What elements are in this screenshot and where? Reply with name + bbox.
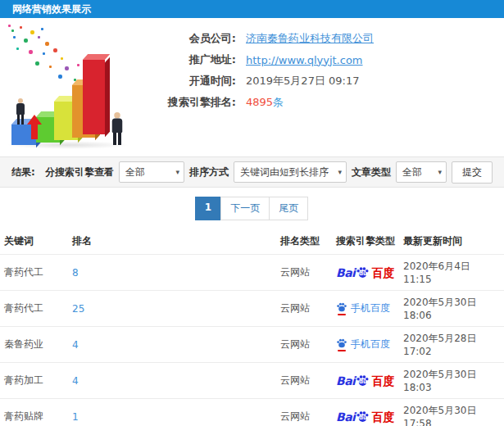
company-label: 会员公司:: [146, 31, 236, 46]
table-row: 膏药代工 25 云网站 手机百度 2020年5月30日 18:06: [0, 291, 504, 327]
table-row: 膏药代工 8 云网站 Baidu百度 2020年6月4日 11:15: [0, 255, 504, 291]
updated-cell: 2020年5月30日 18:03: [403, 369, 476, 393]
open-time-value: 2019年5月27日 09:17: [246, 74, 360, 88]
company-link[interactable]: 济南秦鲁药业科技有限公司: [246, 31, 374, 46]
col-header-rank: 排名: [68, 228, 276, 255]
baidu-logo: Baidu百度: [336, 265, 394, 279]
baidu-logo: Baidu百度: [336, 374, 394, 387]
article-type-select[interactable]: 全部: [396, 161, 447, 183]
sort-select-wrap: 关键词由短到长排序: [234, 161, 347, 183]
rank-link[interactable]: 25: [72, 303, 84, 315]
info-row-url: 推广地址: http://www.qlyyjt.com: [146, 49, 504, 70]
updated-cell: 2020年5月30日 18:06: [403, 297, 476, 321]
engine-filter-select-wrap: 全部: [119, 161, 184, 183]
marketing-illustration: [0, 18, 146, 152]
next-page-button[interactable]: 下一页: [220, 197, 270, 220]
keyword-cell: 膏药代工: [4, 302, 43, 314]
page-button-1[interactable]: 1: [195, 197, 221, 220]
rank-count-value: 4895条: [246, 95, 284, 110]
rank-type-cell: 云网站: [280, 338, 310, 350]
baidu-paw-icon: du: [356, 265, 370, 279]
results-table: 关键词 排名 排名类型 搜索引擎类型 最新更新时间 膏药代工 8 云网站 Bai…: [0, 228, 504, 426]
filter-controls: 分搜索引擎查看 全部 排序方式 关键词由短到长排序 文章类型 全部 提交: [45, 161, 493, 184]
table-row: 膏药贴牌 1 云网站 Baidu百度 2020年5月30日 17:58: [0, 399, 504, 426]
filter-bar: 结果: 分搜索引擎查看 全部 排序方式 关键词由短到长排序 文章类型 全部 提交: [0, 156, 504, 188]
info-row-open-time: 开通时间: 2019年5月27日 09:17: [146, 70, 504, 92]
engine-filter-select[interactable]: 全部: [119, 161, 184, 183]
baidu-logo: Baidu百度: [336, 410, 394, 424]
col-header-engine-type: 搜索引擎类型: [332, 228, 399, 255]
businessman-figure-right: [112, 112, 123, 145]
sort-select[interactable]: 关键词由短到长排序: [234, 161, 347, 183]
open-time-label: 开通时间:: [146, 74, 236, 88]
bar-red: [83, 60, 105, 134]
baidu-paw-icon: du: [356, 374, 370, 387]
info-row-company: 会员公司: 济南秦鲁药业科技有限公司: [146, 28, 504, 49]
up-arrow-icon: [31, 124, 38, 139]
pagination: 1 下一页 尾页: [0, 197, 504, 220]
col-header-rank-type: 排名类型: [276, 228, 332, 255]
promo-url-link[interactable]: http://www.qlyyjt.com: [246, 54, 363, 66]
table-row: 膏药加工 4 云网站 Baidu百度 2020年5月30日 18:03: [0, 363, 504, 399]
member-info-list: 会员公司: 济南秦鲁药业科技有限公司 推广地址: http://www.qlyy…: [146, 18, 504, 152]
rank-type-cell: 云网站: [280, 302, 310, 314]
rank-count-label: 搜索引擎排名:: [146, 95, 236, 110]
rank-link[interactable]: 4: [72, 375, 79, 387]
article-type-label: 文章类型: [352, 165, 391, 179]
confetti-decoration: [8, 25, 11, 27]
col-header-updated: 最新更新时间: [399, 228, 504, 255]
last-page-button[interactable]: 尾页: [269, 197, 308, 220]
result-label: 结果:: [11, 165, 35, 179]
promo-url-label: 推广地址:: [146, 52, 236, 67]
mobile-baidu-logo: 手机百度: [336, 301, 390, 315]
rank-type-cell: 云网站: [280, 266, 310, 278]
keyword-cell: 秦鲁药业: [4, 338, 43, 350]
article-type-select-wrap: 全部: [396, 161, 447, 183]
updated-cell: 2020年6月4日 11:15: [403, 261, 470, 285]
mobile-baidu-logo: 手机百度: [336, 338, 390, 351]
keyword-cell: 膏药加工: [4, 374, 43, 386]
mobile-baidu-paw-icon: [336, 338, 347, 351]
table-row: 秦鲁药业 4 云网站 手机百度 2020年5月28日 17:02: [0, 327, 504, 363]
mobile-baidu-paw-icon: [336, 301, 347, 315]
info-row-rank-count: 搜索引擎排名: 4895条: [146, 92, 504, 113]
updated-cell: 2020年5月28日 17:02: [403, 333, 476, 357]
rank-type-cell: 云网站: [280, 410, 310, 422]
rank-link[interactable]: 8: [72, 267, 79, 279]
updated-cell: 2020年5月30日 17:58: [403, 405, 476, 426]
rank-link[interactable]: 4: [72, 339, 79, 351]
keyword-cell: 膏药代工: [4, 266, 43, 278]
keyword-cell: 膏药贴牌: [4, 410, 43, 422]
rank-link[interactable]: 1: [72, 411, 79, 423]
col-header-keyword: 关键词: [0, 228, 68, 255]
rank-type-cell: 云网站: [280, 374, 310, 386]
member-info-section: 会员公司: 济南秦鲁药业科技有限公司 推广地址: http://www.qlyy…: [0, 18, 504, 152]
submit-button[interactable]: 提交: [452, 161, 493, 184]
businessman-figure-left: [16, 98, 25, 125]
table-header-row: 关键词 排名 排名类型 搜索引擎类型 最新更新时间: [0, 228, 504, 255]
engine-filter-label: 分搜索引擎查看: [45, 165, 114, 179]
page-title: 网络营销效果展示: [0, 0, 504, 18]
baidu-paw-icon: du: [356, 410, 370, 424]
sort-label: 排序方式: [189, 165, 229, 179]
